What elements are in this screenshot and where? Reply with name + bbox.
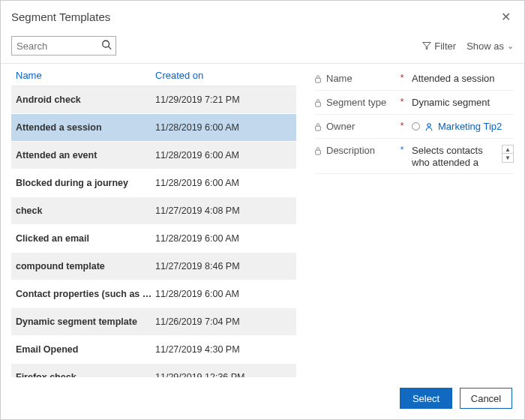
- filter-label: Filter: [434, 40, 456, 52]
- svg-marker-2: [423, 43, 431, 50]
- table-row[interactable]: Attended a session11/28/2019 6:00 AM: [11, 114, 296, 142]
- search-wrap: [11, 36, 116, 56]
- row-name: Firefox check: [11, 372, 155, 377]
- dialog-title: Segment Templates: [11, 10, 110, 23]
- right-tools: Filter Show as ⌄: [422, 40, 514, 52]
- details-pane: Name * Attended a session Segment type *…: [296, 64, 514, 377]
- row-name: Dynamic segment template: [11, 316, 155, 327]
- lock-icon: [314, 122, 322, 131]
- field-name-label: Name: [326, 73, 352, 84]
- table-row[interactable]: Blocked during a journey11/28/2019 6:00 …: [11, 170, 296, 197]
- owner-link[interactable]: Marketing Tip2: [438, 121, 502, 132]
- table-row[interactable]: Attended an event11/28/2019 6:00 AM: [11, 142, 296, 170]
- grid-header: Name Created on: [11, 64, 296, 86]
- svg-rect-3: [316, 78, 321, 82]
- recommended-marker: *: [398, 145, 406, 155]
- row-name: compound template: [11, 261, 155, 272]
- row-name: Clicked an email: [11, 233, 155, 244]
- filter-button[interactable]: Filter: [422, 40, 456, 52]
- table-row[interactable]: Contact properties (such as by city)11/2…: [11, 280, 296, 308]
- chevron-down-icon: ⌄: [507, 41, 514, 51]
- field-desc-value: Selects contacts who attended a session: [412, 145, 497, 167]
- row-name: Email Opened: [11, 344, 155, 355]
- row-created: 11/28/2019 6:00 AM: [155, 289, 296, 299]
- field-owner-value[interactable]: Marketing Tip2: [406, 121, 514, 132]
- cancel-button[interactable]: Cancel: [460, 388, 512, 409]
- row-name: Android check: [11, 94, 155, 105]
- row-created: 11/29/2019 12:36 PM: [155, 372, 296, 377]
- field-owner-label: Owner: [326, 121, 355, 132]
- field-name-value: Attended a session: [406, 73, 514, 84]
- col-header-name[interactable]: Name: [16, 70, 42, 81]
- search-input[interactable]: [11, 36, 116, 56]
- row-created: 11/28/2019 6:00 AM: [155, 233, 296, 244]
- row-created: 11/28/2019 6:00 AM: [155, 150, 296, 160]
- template-list-pane: Name Created on Android check11/29/2019 …: [11, 64, 296, 377]
- row-created: 11/27/2019 4:08 PM: [155, 206, 296, 216]
- row-name: check: [11, 206, 155, 216]
- table-row[interactable]: Android check11/29/2019 7:21 PM: [11, 86, 296, 114]
- row-name: Attended an event: [11, 150, 155, 160]
- row-created: 11/27/2019 8:46 PM: [155, 261, 296, 272]
- row-name: Blocked during a journey: [11, 178, 155, 188]
- person-icon: [424, 122, 434, 131]
- toolbar: Filter Show as ⌄: [1, 32, 524, 63]
- table-row[interactable]: check11/27/2019 4:08 PM: [11, 197, 296, 225]
- row-created: 11/28/2019 6:00 AM: [155, 122, 296, 133]
- required-marker: *: [398, 97, 406, 107]
- lock-icon: [314, 74, 322, 83]
- required-marker: *: [398, 73, 406, 83]
- desc-scroll[interactable]: ▲ ▼: [502, 145, 514, 163]
- segment-templates-dialog: Segment Templates ✕ Filter Show as ⌄: [0, 0, 525, 420]
- dialog-footer: Select Cancel: [1, 380, 524, 419]
- select-button[interactable]: Select: [400, 388, 452, 409]
- row-name: Attended a session: [11, 122, 155, 133]
- field-owner: Owner * Marketing Tip2: [314, 115, 514, 139]
- table-row[interactable]: Clicked an email11/28/2019 6:00 AM: [11, 225, 296, 253]
- field-description: Description * Selects contacts who atten…: [314, 139, 514, 174]
- dialog-body: Name Created on Android check11/29/2019 …: [1, 63, 524, 380]
- svg-rect-5: [316, 126, 321, 130]
- grid-body[interactable]: Android check11/29/2019 7:21 PMAttended …: [11, 86, 296, 377]
- field-desc-label: Description: [326, 145, 375, 156]
- table-row[interactable]: Email Opened11/27/2019 4:30 PM: [11, 336, 296, 364]
- table-row[interactable]: Dynamic segment template11/26/2019 7:04 …: [11, 308, 296, 336]
- spinner-up-icon[interactable]: ▲: [502, 146, 513, 154]
- svg-rect-7: [316, 150, 321, 154]
- row-created: 11/27/2019 4:30 PM: [155, 344, 296, 355]
- lock-icon: [314, 146, 322, 155]
- svg-rect-4: [316, 102, 321, 106]
- dialog-header: Segment Templates ✕: [1, 1, 524, 32]
- radio-icon: [412, 122, 420, 130]
- row-created: 11/28/2019 6:00 AM: [155, 178, 296, 188]
- spinner-down-icon[interactable]: ▼: [502, 154, 513, 162]
- svg-point-6: [428, 123, 430, 126]
- close-icon[interactable]: ✕: [498, 7, 514, 27]
- field-segment-type: Segment type * Dynamic segment: [314, 91, 514, 115]
- field-type-label: Segment type: [326, 97, 386, 108]
- required-marker: *: [398, 121, 406, 131]
- lock-icon: [314, 98, 322, 107]
- field-name: Name * Attended a session: [314, 67, 514, 91]
- field-type-value: Dynamic segment: [406, 97, 514, 108]
- col-header-created[interactable]: Created on: [155, 70, 203, 81]
- table-row[interactable]: compound template11/27/2019 8:46 PM: [11, 253, 296, 280]
- row-created: 11/26/2019 7:04 PM: [155, 316, 296, 327]
- table-row[interactable]: Firefox check11/29/2019 12:36 PM: [11, 364, 296, 377]
- row-created: 11/29/2019 7:21 PM: [155, 94, 296, 105]
- showas-label: Show as: [466, 40, 504, 52]
- showas-button[interactable]: Show as ⌄: [466, 40, 514, 52]
- row-name: Contact properties (such as by city): [11, 289, 155, 299]
- filter-icon: [422, 41, 431, 50]
